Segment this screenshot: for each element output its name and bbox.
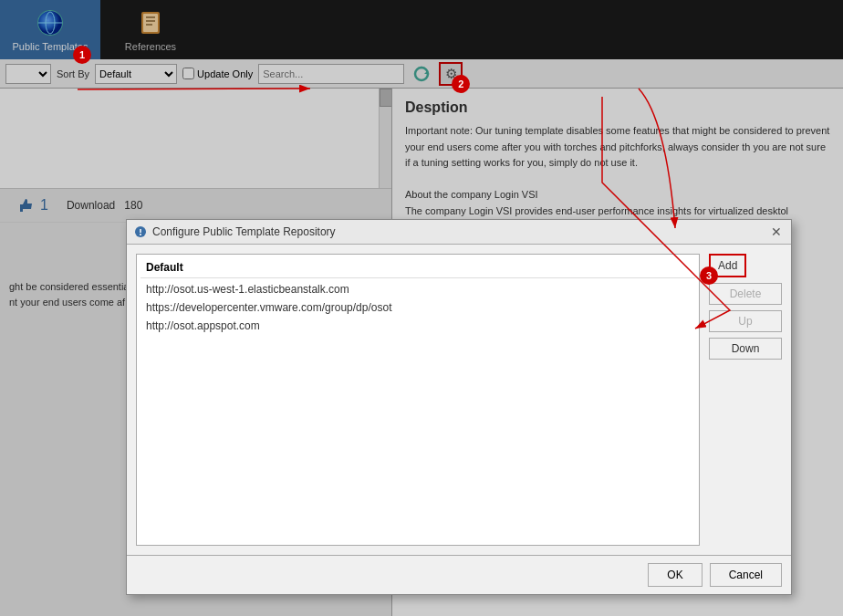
repo-item-2[interactable]: http://osot.appspot.com [140,317,695,335]
modal-overlay: Configure Public Template Repository ✕ D… [0,0,843,616]
repo-item-1[interactable]: https://developercenter.vmware.com/group… [140,298,695,317]
delete-button[interactable]: Delete [709,283,782,305]
modal-close-button[interactable]: ✕ [769,224,784,239]
add-btn-container: Add 3 [709,254,782,277]
repo-list[interactable]: Default http://osot.us-west-1.elasticbea… [136,254,700,546]
modal-title-bar: Configure Public Template Repository ✕ [127,220,791,245]
modal-title-content: Configure Public Template Repository [134,225,336,238]
repo-header-item[interactable]: Default [140,258,695,278]
repo-buttons: Add 3 Delete Up Down [709,254,782,546]
annotation-3: 3 [700,266,718,285]
annotation-1: 1 [73,46,91,64]
modal-footer: OK Cancel [127,555,791,594]
modal-icon [134,225,147,238]
down-button[interactable]: Down [709,338,782,360]
repo-item-0[interactable]: http://osot.us-west-1.elasticbeanstalk.c… [140,280,695,298]
modal-title-text: Configure Public Template Repository [152,225,336,238]
configure-repo-modal: Configure Public Template Repository ✕ D… [126,219,792,595]
up-button[interactable]: Up [709,310,782,332]
annotation-2: 2 [452,75,470,93]
modal-body: Default http://osot.us-west-1.elasticbea… [127,245,791,555]
ok-button[interactable]: OK [648,563,702,587]
cancel-button[interactable]: Cancel [710,563,782,587]
svg-point-18 [140,234,141,235]
